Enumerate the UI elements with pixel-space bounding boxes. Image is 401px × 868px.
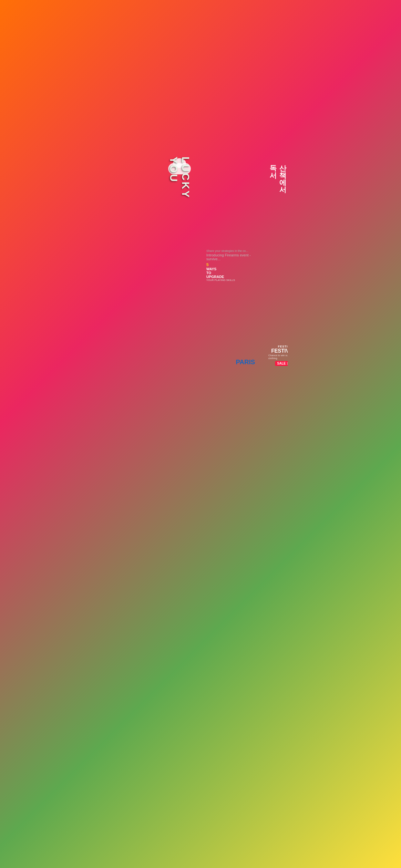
festival-sale-badge: SALE ≫ — [275, 361, 288, 366]
yt2-event-text: Introducing Firearms event - survive... — [206, 253, 261, 261]
tiktok-row: TIPS 2024.03.25 Happy Birthday 01 03 202… — [113, 307, 288, 368]
page-container: Stunning templates for all platforms 🔍 A… — [100, 0, 301, 479]
tiktok-videos-section: TikTok Videos Show all TIPS 2024.03.25 H… — [113, 295, 288, 368]
yt2-ways-text: WAYSTOUPGRADE — [206, 267, 261, 279]
yt2-intro-text: Share your strategies in the co... — [206, 249, 261, 252]
tiktok-item-5[interactable]: FESTI- FESTIVAL Chance to win summer clo… — [266, 307, 288, 368]
korean-text: 산책에서독서 — [268, 160, 288, 188]
main-card: 🔍 All templates — [107, 82, 294, 467]
lucky-you-container: LUCKY YOU — [158, 157, 201, 215]
yt2-number: 5 — [206, 262, 261, 267]
festival-sub: Chance to win summer clothing — [268, 354, 288, 360]
poster-item-lucky-you[interactable]: LUCKY YOU — [158, 157, 201, 215]
yt2-text-container: Share your strategies in the co... Intro… — [206, 249, 261, 282]
festival-content: FESTI- FESTIVAL Chance to win summer clo… — [268, 345, 288, 366]
lucky-you-text: LUCKY YOU — [167, 157, 191, 215]
yt2-skills-text: YOUR PLAYING SKILLS — [206, 279, 261, 282]
festival-main-text: FESTIVAL — [271, 348, 288, 354]
tiktok-4-text: PARIS — [236, 359, 255, 366]
festival-label-top: FESTI- — [278, 345, 288, 348]
